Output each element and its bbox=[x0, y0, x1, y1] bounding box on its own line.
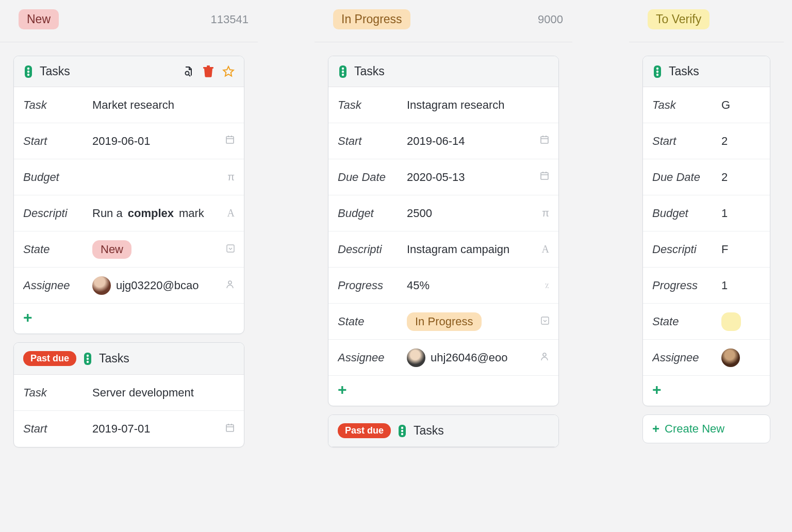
create-new-button[interactable]: + Create New bbox=[642, 414, 770, 443]
card-header: Past due Tasks bbox=[328, 415, 558, 447]
field-value: 2019-07-01 bbox=[92, 422, 215, 436]
row-task[interactable]: Task Instagram research bbox=[328, 87, 558, 123]
row-progress[interactable]: Progress 1 bbox=[643, 268, 770, 304]
create-new-label: Create New bbox=[665, 422, 724, 436]
field-value: 2 bbox=[721, 135, 761, 148]
svg-point-3 bbox=[27, 73, 29, 75]
svg-point-26 bbox=[401, 433, 403, 435]
column-header: In Progress 9000 bbox=[315, 0, 572, 42]
calendar-icon bbox=[537, 171, 549, 183]
field-label: Descripti bbox=[652, 243, 714, 256]
svg-rect-14 bbox=[226, 425, 234, 431]
add-row-button[interactable]: + bbox=[338, 382, 347, 397]
svg-point-13 bbox=[87, 360, 89, 362]
percent-icon: ٪ bbox=[537, 281, 549, 290]
avatar bbox=[407, 348, 425, 367]
svg-point-17 bbox=[342, 70, 344, 72]
svg-point-11 bbox=[87, 354, 89, 356]
card-title: Tasks bbox=[99, 352, 235, 365]
field-label: Budget bbox=[23, 171, 85, 184]
description-text: Run a bbox=[92, 207, 123, 220]
row-due[interactable]: Due Date 2020-05-13 bbox=[328, 159, 558, 195]
assignee-text: uhj26046@eoo bbox=[431, 351, 508, 364]
row-budget[interactable]: Budget 2500 π bbox=[328, 195, 558, 231]
row-description[interactable]: Descripti F bbox=[643, 231, 770, 268]
row-start[interactable]: Start 2019-07-01 bbox=[14, 411, 244, 447]
traffic-light-icon bbox=[652, 65, 663, 78]
row-description[interactable]: Descripti Instagram campaign A bbox=[328, 231, 558, 268]
card-header: Past due Tasks bbox=[14, 343, 244, 375]
row-start[interactable]: Start 2 bbox=[643, 123, 770, 159]
field-value bbox=[721, 348, 761, 367]
column-badge-toverify[interactable]: To Verify bbox=[648, 9, 710, 29]
svg-point-9 bbox=[228, 281, 232, 284]
task-card[interactable]: Tasks Task G Start 2 Due Date 2 Budget 1… bbox=[642, 56, 770, 406]
field-label: Due Date bbox=[338, 171, 400, 184]
row-task[interactable]: Task Market research bbox=[14, 87, 244, 123]
add-row-button[interactable]: + bbox=[652, 382, 662, 397]
task-card[interactable]: Tasks Task Market research bbox=[13, 56, 244, 334]
traffic-light-icon bbox=[23, 65, 34, 78]
card-header: Tasks bbox=[14, 56, 244, 87]
task-card[interactable]: Past due Tasks Task Server development S… bbox=[13, 342, 244, 447]
traffic-light-icon bbox=[397, 424, 407, 438]
svg-point-2 bbox=[27, 70, 29, 72]
column-count: 9000 bbox=[538, 13, 563, 26]
column-badge-inprogress[interactable]: In Progress bbox=[333, 9, 410, 29]
field-value: Instagram research bbox=[407, 98, 549, 112]
svg-rect-7 bbox=[226, 137, 234, 143]
row-budget[interactable]: Budget 1 bbox=[643, 195, 770, 231]
row-progress[interactable]: Progress 45% ٪ bbox=[328, 268, 558, 304]
svg-rect-8 bbox=[227, 245, 234, 252]
search-file-icon[interactable] bbox=[182, 65, 194, 78]
field-label: State bbox=[652, 315, 714, 328]
row-budget[interactable]: Budget π bbox=[14, 159, 244, 195]
field-label: Budget bbox=[652, 207, 714, 220]
text-icon: A bbox=[222, 207, 235, 219]
row-assignee[interactable]: Assignee bbox=[643, 340, 770, 376]
task-card[interactable]: Tasks Task Instagram research Start 2019… bbox=[328, 56, 559, 406]
svg-point-24 bbox=[401, 426, 403, 428]
row-state[interactable]: State bbox=[643, 304, 770, 340]
row-due[interactable]: Due Date 2 bbox=[643, 159, 770, 195]
row-state[interactable]: State New bbox=[14, 231, 244, 268]
field-value: F bbox=[721, 243, 761, 256]
task-card[interactable]: Past due Tasks bbox=[328, 414, 559, 447]
svg-rect-19 bbox=[541, 137, 548, 143]
state-pill bbox=[721, 312, 741, 331]
card-title: Tasks bbox=[354, 64, 549, 78]
field-value: 2500 bbox=[407, 207, 530, 220]
text-icon: A bbox=[537, 243, 549, 255]
row-task[interactable]: Task Server development bbox=[14, 375, 244, 411]
column-badge-new[interactable]: New bbox=[19, 9, 59, 29]
row-state[interactable]: State In Progress bbox=[328, 304, 558, 340]
row-start[interactable]: Start 2019-06-01 bbox=[14, 123, 244, 159]
card-header: Tasks bbox=[328, 56, 558, 87]
field-label: Start bbox=[652, 135, 714, 148]
row-assignee[interactable]: Assignee uhj26046@eoo bbox=[328, 340, 558, 376]
row-assignee[interactable]: Assignee ujg03220@bcao bbox=[14, 268, 244, 304]
svg-point-12 bbox=[87, 357, 89, 359]
field-value: Run a complex mark bbox=[92, 207, 215, 220]
field-label: Assignee bbox=[338, 351, 400, 364]
row-task[interactable]: Task G bbox=[643, 87, 770, 123]
pi-icon: π bbox=[537, 207, 549, 219]
row-description[interactable]: Descripti Run a complex mark A bbox=[14, 195, 244, 231]
field-label: Assignee bbox=[23, 279, 85, 292]
star-icon[interactable] bbox=[222, 65, 235, 78]
trash-icon[interactable] bbox=[203, 65, 214, 78]
dropdown-icon bbox=[537, 315, 549, 327]
column-count: 113541 bbox=[211, 13, 249, 26]
add-row-button[interactable]: + bbox=[23, 310, 32, 325]
field-value: Server development bbox=[92, 386, 235, 400]
svg-point-18 bbox=[342, 73, 344, 75]
svg-point-28 bbox=[656, 67, 658, 69]
kanban-board: New 113541 Tasks bbox=[0, 0, 792, 456]
svg-rect-21 bbox=[541, 317, 549, 324]
field-value: 2020-05-13 bbox=[407, 171, 530, 184]
field-value: ujg03220@bcao bbox=[92, 276, 215, 295]
field-label: Budget bbox=[338, 207, 400, 220]
row-start[interactable]: Start 2019-06-14 bbox=[328, 123, 558, 159]
field-value: 1 bbox=[721, 279, 761, 292]
card-footer: + bbox=[328, 376, 558, 406]
